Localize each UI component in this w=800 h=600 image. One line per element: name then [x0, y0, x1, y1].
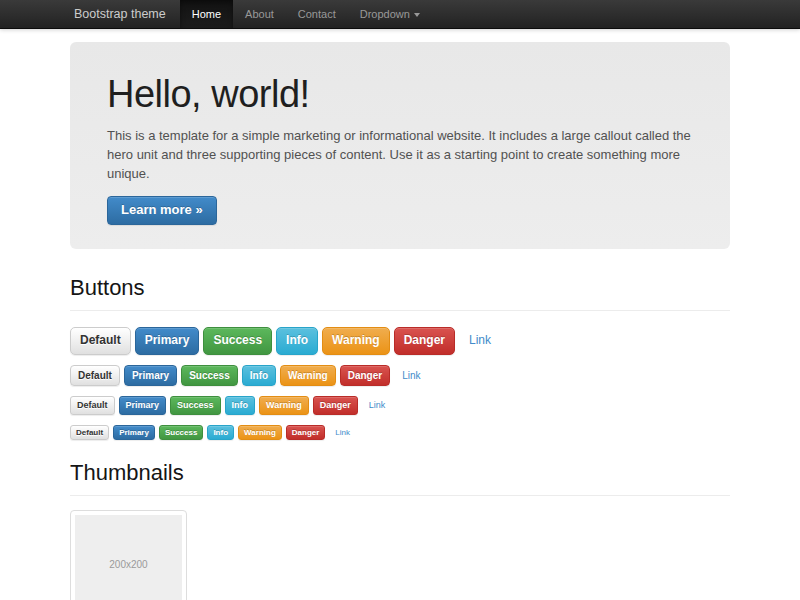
- success-button-xs[interactable]: Success: [159, 425, 203, 440]
- hero-description: This is a template for a simple marketin…: [107, 126, 693, 183]
- main-content: Hello, world! This is a template for a s…: [70, 42, 730, 600]
- link-button-default[interactable]: Link: [394, 365, 428, 387]
- button-row-default: Default Primary Success Info Warning Dan…: [70, 365, 730, 387]
- default-button-small[interactable]: Default: [70, 396, 115, 414]
- navbar-inner: Bootstrap theme Home About Contact Dropd…: [70, 0, 730, 28]
- danger-button-xs[interactable]: Danger: [286, 425, 326, 440]
- primary-button-large[interactable]: Primary: [135, 327, 200, 355]
- success-button-default[interactable]: Success: [181, 365, 238, 387]
- nav-item-dropdown[interactable]: Dropdown: [348, 0, 432, 28]
- primary-button-default[interactable]: Primary: [124, 365, 177, 387]
- default-button-large[interactable]: Default: [70, 327, 131, 355]
- nav-item-contact[interactable]: Contact: [286, 0, 348, 28]
- nav-item-about[interactable]: About: [233, 0, 286, 28]
- hero-title: Hello, world!: [107, 72, 693, 116]
- link-button-small[interactable]: Link: [362, 396, 393, 414]
- success-button-small[interactable]: Success: [170, 396, 221, 414]
- button-row-small: Default Primary Success Info Warning Dan…: [70, 396, 730, 414]
- info-button-xs[interactable]: Info: [207, 425, 234, 440]
- primary-button-small[interactable]: Primary: [119, 396, 167, 414]
- success-button-large[interactable]: Success: [203, 327, 272, 355]
- buttons-section-heading: Buttons: [70, 275, 730, 311]
- learn-more-button[interactable]: Learn more »: [107, 196, 217, 225]
- danger-button-large[interactable]: Danger: [394, 327, 455, 355]
- info-button-large[interactable]: Info: [276, 327, 318, 355]
- default-button-default[interactable]: Default: [70, 365, 120, 387]
- warning-button-small[interactable]: Warning: [259, 396, 309, 414]
- warning-button-xs[interactable]: Warning: [238, 425, 282, 440]
- thumbnails-section-heading: Thumbnails: [70, 460, 730, 496]
- danger-button-default[interactable]: Danger: [340, 365, 390, 387]
- warning-button-default[interactable]: Warning: [280, 365, 336, 387]
- thumbnail[interactable]: 200x200: [70, 510, 187, 600]
- navbar-brand[interactable]: Bootstrap theme: [70, 0, 170, 28]
- button-row-large: Default Primary Success Info Warning Dan…: [70, 327, 730, 355]
- button-row-extra-small: Default Primary Success Info Warning Dan…: [70, 425, 730, 440]
- default-button-xs[interactable]: Default: [70, 425, 109, 440]
- danger-button-small[interactable]: Danger: [313, 396, 358, 414]
- thumbnail-placeholder-image: 200x200: [75, 515, 182, 600]
- link-button-xs[interactable]: Link: [329, 425, 356, 440]
- nav-item-home[interactable]: Home: [180, 0, 233, 28]
- hero-unit: Hello, world! This is a template for a s…: [70, 42, 730, 249]
- link-button-large[interactable]: Link: [459, 327, 501, 355]
- info-button-small[interactable]: Info: [225, 396, 256, 414]
- caret-down-icon: [414, 13, 420, 17]
- info-button-default[interactable]: Info: [242, 365, 276, 387]
- primary-button-xs[interactable]: Primary: [113, 425, 155, 440]
- nav-item-dropdown-label: Dropdown: [360, 8, 410, 20]
- warning-button-large[interactable]: Warning: [322, 327, 390, 355]
- navbar: Bootstrap theme Home About Contact Dropd…: [0, 0, 800, 29]
